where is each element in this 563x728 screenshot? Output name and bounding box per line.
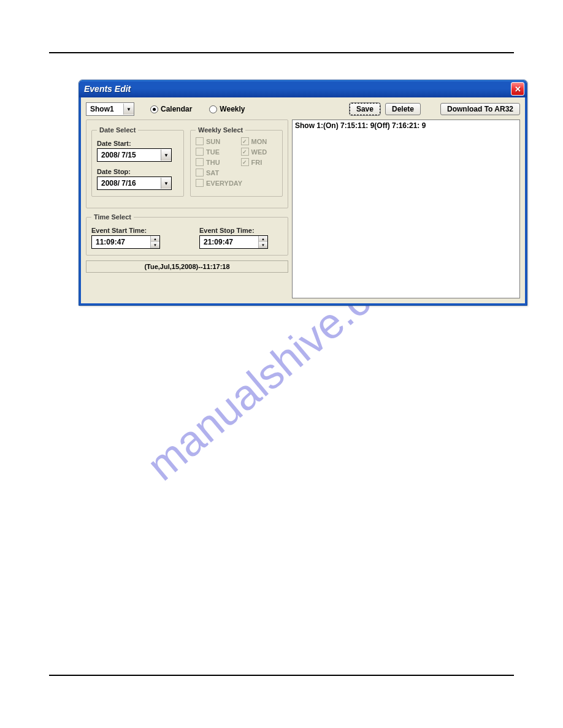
content-row: Date Select Date Start: 2008/ 7/15 ▼ Dat…: [86, 119, 520, 298]
radio-calendar-label: Calendar: [161, 105, 192, 113]
select-groups-outer: Date Select Date Start: 2008/ 7/15 ▼ Dat…: [86, 119, 288, 208]
weekday-sun[interactable]: SUN: [196, 137, 232, 145]
weekly-select-legend: Weekly Select: [196, 126, 245, 134]
window-title: Events Edit: [84, 84, 511, 94]
weekday-fri[interactable]: FRI: [241, 158, 278, 166]
checkbox-icon: [241, 158, 249, 166]
date-start-picker[interactable]: 2008/ 7/15 ▼: [97, 148, 172, 162]
time-select-group: Time Select Event Start Time: 11:09:47 ▲…: [86, 213, 288, 256]
weekday-label: MON: [251, 138, 267, 145]
checkbox-icon: [196, 169, 204, 176]
event-start-time-value: 11:09:47: [92, 238, 150, 246]
weekday-thu[interactable]: THU: [196, 158, 232, 166]
mode-radio-group: Calendar Weekly: [150, 105, 245, 113]
date-stop-picker[interactable]: 2008/ 7/16 ▼: [97, 176, 172, 190]
date-stop-value: 2008/ 7/16: [98, 179, 161, 188]
show-dropdown[interactable]: Show1 ▼: [86, 102, 134, 116]
spinner-buttons[interactable]: ▲▼: [258, 236, 267, 248]
chevron-down-icon: ▼: [151, 242, 159, 248]
date-select-legend: Date Select: [97, 126, 138, 134]
weekday-wed[interactable]: WED: [241, 148, 278, 156]
weekday-label: EVERYDAY: [206, 180, 242, 187]
weekday-label: TUE: [206, 148, 220, 156]
radio-calendar[interactable]: Calendar: [150, 105, 192, 113]
event-start-time-spinner[interactable]: 11:09:47 ▲▼: [91, 235, 160, 249]
weekday-label: WED: [251, 148, 267, 156]
checkbox-icon: [196, 179, 204, 187]
weekly-select-group: Weekly Select SUN MON TUE WED THU FRI SA…: [190, 126, 283, 197]
events-edit-window: Events Edit ✕ Show1 ▼ Calendar Weekly: [79, 80, 527, 306]
page-bottom-rule: [49, 675, 514, 676]
status-bar: (Tue,Jul,15,2008)--11:17:18: [86, 260, 288, 273]
weekday-label: SUN: [206, 138, 220, 145]
checkbox-icon: [196, 137, 204, 145]
event-stop-time-value: 21:09:47: [200, 238, 258, 246]
event-stop-time-label: Event Stop Time:: [199, 227, 283, 234]
weekday-tue[interactable]: TUE: [196, 148, 232, 156]
date-select-group: Date Select Date Start: 2008/ 7/15 ▼ Dat…: [91, 126, 184, 197]
chevron-up-icon: ▲: [259, 236, 267, 242]
weekday-label: FRI: [251, 159, 262, 166]
weekday-sat[interactable]: SAT: [196, 169, 232, 176]
date-start-value: 2008/ 7/15: [98, 151, 161, 159]
chevron-up-icon: ▲: [151, 236, 159, 242]
chevron-down-icon: ▼: [123, 104, 134, 115]
date-stop-label: Date Stop:: [97, 168, 178, 175]
weekday-mon[interactable]: MON: [241, 137, 278, 145]
weekday-label: THU: [206, 159, 220, 166]
event-start-time-label: Event Start Time:: [91, 227, 175, 234]
chevron-down-icon: ▼: [259, 242, 267, 248]
close-button[interactable]: ✕: [511, 82, 524, 96]
weekday-label: SAT: [206, 169, 219, 176]
event-stop-time-spinner[interactable]: 21:09:47 ▲▼: [199, 235, 268, 249]
left-column: Date Select Date Start: 2008/ 7/15 ▼ Dat…: [86, 119, 288, 298]
titlebar: Events Edit ✕: [79, 80, 527, 97]
save-button[interactable]: Save: [350, 103, 380, 115]
checkbox-icon: [196, 148, 204, 156]
chevron-down-icon: ▼: [161, 178, 171, 189]
radio-dot-icon: [209, 105, 217, 113]
radio-weekly-label: Weekly: [220, 105, 245, 113]
close-icon: ✕: [515, 85, 521, 94]
checkbox-icon: [241, 137, 249, 145]
delete-button[interactable]: Delete: [385, 103, 421, 115]
client-area: Show1 ▼ Calendar Weekly Save Delete Down…: [79, 97, 527, 305]
radio-weekly[interactable]: Weekly: [209, 105, 245, 113]
top-toolbar: Show1 ▼ Calendar Weekly Save Delete Down…: [86, 102, 520, 116]
time-select-legend: Time Select: [91, 213, 134, 221]
show-dropdown-value: Show1: [86, 105, 123, 113]
spinner-buttons[interactable]: ▲▼: [150, 236, 159, 248]
weekday-everyday[interactable]: EVERYDAY: [196, 179, 277, 187]
radio-dot-icon: [150, 105, 158, 113]
list-item[interactable]: Show 1:(On) 7:15:11: 9(Off) 7:16:21: 9: [295, 121, 517, 130]
page-top-rule: [49, 52, 514, 53]
download-button[interactable]: Download To AR32: [440, 103, 520, 115]
events-listbox[interactable]: Show 1:(On) 7:15:11: 9(Off) 7:16:21: 9: [292, 119, 520, 298]
date-start-label: Date Start:: [97, 140, 178, 147]
checkbox-icon: [241, 148, 249, 156]
right-column: Show 1:(On) 7:15:11: 9(Off) 7:16:21: 9: [292, 119, 520, 298]
chevron-down-icon: ▼: [161, 150, 171, 161]
checkbox-icon: [196, 158, 204, 166]
